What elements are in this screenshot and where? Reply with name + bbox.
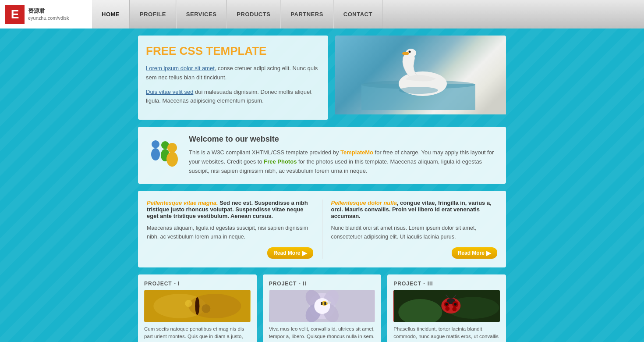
svg-rect-29: [324, 302, 326, 305]
nav-profile[interactable]: PROFILE: [130, 0, 176, 28]
welcome-link-freephotos[interactable]: Free Photos: [264, 158, 297, 165]
col-left-btn-arrow: ▶: [302, 249, 307, 256]
hero-title-highlight: TEMPLATE: [206, 44, 266, 57]
welcome-icon-area: [147, 135, 182, 170]
hero-link-2[interactable]: Duis vitae velit sed: [146, 89, 193, 95]
svg-point-41: [454, 303, 457, 306]
main-nav: HOME PROFILE SERVICES PRODUCTS PARTNERS …: [92, 0, 644, 28]
logo-url: eyunzhu.com/vdisk: [28, 15, 69, 21]
col-left-heading-link[interactable]: Pellentesque vitae magna.: [147, 200, 218, 206]
project-1-title: PROJECT - I: [144, 281, 251, 287]
col-divider: [322, 200, 322, 259]
col-left-btn-label: Read More: [273, 250, 300, 256]
project-2-image: [269, 290, 375, 322]
welcome-text: This is a W3C compliant XHTML/CSS templa…: [189, 148, 497, 175]
col-left-heading: Pellentesque vitae magna. Sed nec est. S…: [147, 200, 313, 219]
col-right-body: Nunc blandit orci sit amet risus. Lorem …: [331, 224, 498, 241]
logo: E 资源君 eyunzhu.com/vdisk: [0, 0, 92, 28]
projects-section: PROJECT - I Cum sociis natoque penatibus…: [138, 274, 506, 342]
col-right-read-more[interactable]: Read More ▶: [452, 247, 497, 259]
col-left-body: Maecenas aliquam, ligula id egestas susc…: [147, 224, 313, 241]
logo-letter: E: [5, 5, 25, 24]
svg-rect-27: [321, 302, 322, 305]
welcome-content: Welcome to our website This is a W3C com…: [189, 135, 497, 175]
project-card-1: PROJECT - I Cum sociis natoque penatibus…: [138, 274, 257, 342]
main-content: FREE CSS TEMPLATE Lorem ipsum dolor sit …: [138, 28, 506, 342]
logo-chinese: 资源君: [28, 7, 69, 15]
svg-point-18: [202, 304, 210, 313]
col-right: Pellentesque dolor nulla, congue vitae, …: [331, 200, 498, 259]
logo-text: 资源君 eyunzhu.com/vdisk: [28, 7, 69, 21]
project-2-title: PROJECT - II: [269, 281, 375, 287]
project-2-text: Viva mus leo velit, convallis id, ultric…: [269, 325, 375, 342]
nav-partners[interactable]: PARTNERS: [280, 0, 333, 28]
hero-title-plain: FREE CSS: [146, 44, 206, 57]
col-right-heading-link[interactable]: Pellentesque dolor nulla: [331, 200, 397, 206]
project-card-2: PROJECT - II: [263, 274, 382, 342]
nav-services[interactable]: SERVICES: [176, 0, 227, 28]
svg-point-40: [446, 303, 448, 306]
svg-point-16: [195, 297, 199, 315]
col-left-bottom: Read More ▶: [147, 246, 313, 259]
hero-para-2: Duis vitae velit sed dui malesuada digni…: [146, 88, 320, 106]
ladybug-svg: [393, 290, 500, 322]
svg-point-25: [314, 298, 330, 314]
svg-point-6: [399, 87, 438, 94]
header: E 资源君 eyunzhu.com/vdisk HOME PROFILE SER…: [0, 0, 644, 28]
svg-point-12: [166, 152, 178, 167]
project-1-image: [144, 290, 251, 322]
svg-point-30: [326, 301, 331, 304]
svg-point-38: [446, 306, 450, 311]
hero-image: [335, 36, 506, 120]
project-3-image: [393, 290, 500, 322]
hero-title: FREE CSS TEMPLATE: [146, 44, 320, 58]
svg-point-11: [167, 143, 177, 153]
col-right-btn-label: Read More: [458, 250, 485, 256]
col-right-bottom: Read More ▶: [331, 246, 498, 259]
project-card-3: PROJECT - III: [387, 274, 506, 342]
project-1-text: Cum sociis natoque penatibus et mag nis …: [144, 325, 251, 342]
swan-svg: [361, 40, 475, 110]
bee-flower-svg: [269, 290, 375, 322]
hero-text: FREE CSS TEMPLATE Lorem ipsum dolor sit …: [138, 36, 328, 120]
svg-point-17: [185, 300, 192, 307]
people-icon-svg: [147, 135, 182, 170]
nav-products[interactable]: PRODUCTS: [226, 0, 280, 28]
col-left-read-more[interactable]: Read More ▶: [267, 247, 313, 259]
welcome-section: Welcome to our website This is a W3C com…: [138, 127, 506, 183]
butterfly-svg: [144, 290, 251, 322]
svg-point-39: [453, 307, 457, 311]
welcome-text-before: This is a W3C compliant XHTML/CSS templa…: [189, 149, 340, 156]
svg-point-8: [151, 148, 160, 160]
project-3-text: Phasellus tincidunt, tortor lacinia blan…: [393, 325, 500, 342]
nav-home[interactable]: HOME: [92, 0, 130, 28]
welcome-link-templatemo[interactable]: TemplateMo: [340, 149, 373, 156]
svg-point-5: [409, 51, 411, 53]
col-right-btn-arrow: ▶: [486, 249, 491, 256]
svg-point-4: [402, 52, 409, 55]
two-col-section: Pellentesque vitae magna. Sed nec est. S…: [138, 191, 506, 267]
hero-link-1[interactable]: Lorem ipsum dolor sit amet: [146, 65, 215, 71]
svg-point-7: [152, 140, 159, 148]
col-right-heading: Pellentesque dolor nulla, congue vitae, …: [331, 200, 498, 219]
project-3-title: PROJECT - III: [393, 281, 500, 287]
nav-contact[interactable]: CONTACT: [333, 0, 382, 28]
svg-rect-28: [322, 302, 324, 305]
col-left: Pellentesque vitae magna. Sed nec est. S…: [147, 200, 313, 259]
hero-section: FREE CSS TEMPLATE Lorem ipsum dolor sit …: [138, 36, 506, 120]
swan-image: [335, 36, 506, 114]
hero-para-1: Lorem ipsum dolor sit amet, conse ctetue…: [146, 64, 320, 82]
welcome-title: Welcome to our website: [189, 135, 497, 144]
